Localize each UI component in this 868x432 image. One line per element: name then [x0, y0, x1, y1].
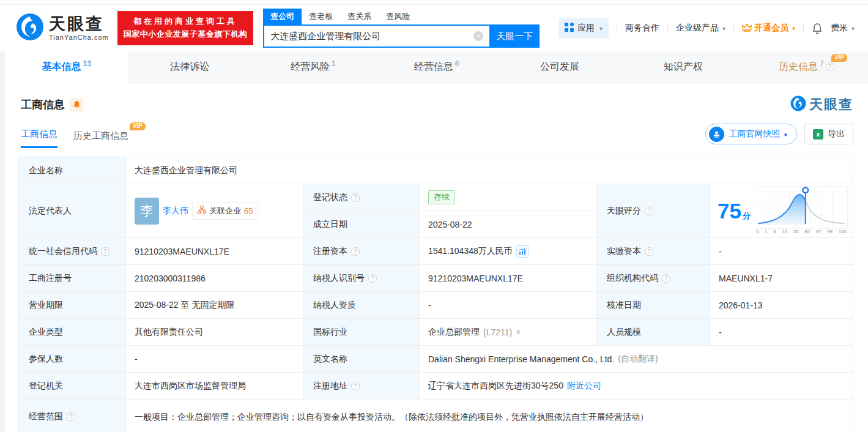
- tab-label: 历史信息: [779, 61, 818, 73]
- value-text: Dalian Shengxi Enterprise Management Co.…: [428, 354, 614, 364]
- tab-legal-litigation[interactable]: 法律诉讼: [128, 51, 252, 83]
- label-text: 经营范围: [29, 411, 63, 422]
- label-text: 登记状态: [313, 192, 347, 203]
- field-label-reg-capital: 注册资本 ?: [303, 238, 420, 265]
- label-text: 工商注册号: [29, 273, 72, 284]
- avatar[interactable]: 李: [135, 198, 159, 225]
- nearby-companies-link[interactable]: 附近公司: [567, 381, 601, 392]
- tab-history-info[interactable]: VIP 历史信息 7 ?: [744, 51, 868, 83]
- field-label-approval-date: 核准日期: [597, 292, 710, 319]
- apps-menu[interactable]: 应用 ▾: [558, 18, 609, 39]
- search-button[interactable]: 天眼一下: [489, 24, 540, 48]
- subtab-business-info[interactable]: 工商信息: [21, 128, 57, 148]
- value-text: 企业总部管理: [428, 327, 480, 338]
- field-label-tyc-score: 天眼评分 ?: [597, 184, 710, 238]
- banner-line2: 国家中小企业发展子基金旗下机构: [124, 28, 248, 41]
- search-tab-boss[interactable]: 查老板: [302, 9, 340, 24]
- field-label-legal-rep: 法定代表人: [19, 184, 126, 238]
- apps-grid-icon: [565, 23, 574, 34]
- field-value-company-type: 其他有限责任公司: [126, 319, 303, 346]
- subtab-history-business-info[interactable]: VIP 历史工商信息: [73, 130, 128, 148]
- nav-cooperation[interactable]: 商务合作: [625, 23, 659, 34]
- field-label-credit-code: 统一社会信用代码 ?: [19, 238, 126, 265]
- value-text: 大连市西岗区市场监督管理局: [135, 381, 246, 392]
- auto-translate-note: (自动翻译): [618, 354, 658, 365]
- tianyancha-swirl-icon: [16, 13, 44, 43]
- related-companies-badge[interactable]: 关联企业 65: [192, 203, 258, 220]
- search-tab-risk[interactable]: 查风险: [379, 9, 417, 24]
- capital-trend-icon[interactable]: [516, 245, 529, 258]
- field-value-legal-rep: 李 李大伟 关联企业 65: [126, 184, 303, 238]
- value-text: 2026-01-13: [719, 300, 763, 310]
- search-area: 查公司 查老板 查关系 查风险 × 天眼一下: [263, 9, 540, 48]
- field-value-industry: 企业总部管理 (L7211) ∨: [420, 319, 597, 346]
- help-icon[interactable]: ?: [67, 412, 75, 421]
- search-input[interactable]: [263, 24, 489, 48]
- field-value-establish-date: 2025-08-22: [420, 211, 597, 238]
- help-icon[interactable]: ?: [351, 247, 360, 256]
- help-icon[interactable]: ?: [351, 193, 360, 202]
- field-label-paid-capital: 实缴资本 ?: [597, 238, 710, 265]
- label-text: 注册地址: [313, 381, 347, 392]
- field-label-business-scope: 经营范围 ?: [19, 400, 126, 432]
- status-badge: 存续: [428, 190, 455, 204]
- user-menu[interactable]: 费米 ▾: [831, 23, 855, 34]
- nav-open-vip[interactable]: 开通会员 ▾: [742, 23, 795, 34]
- help-icon[interactable]: ?: [826, 62, 834, 71]
- value-text: 2025-08-22 至 无固定期限: [135, 300, 234, 311]
- help-icon[interactable]: ?: [645, 247, 653, 256]
- value-text: 91210203MAEUNXL17E: [135, 247, 229, 256]
- score-distribution-chart[interactable]: 013 155085 9799100: [755, 186, 848, 236]
- help-icon[interactable]: ?: [645, 207, 653, 215]
- official-snapshot-button[interactable]: 工商官网快照 ▸: [705, 124, 797, 144]
- logo-domain: TianYanCha.com: [49, 34, 109, 41]
- tianyancha-swirl-icon: [790, 95, 806, 114]
- subscribe-bell-icon[interactable]: [70, 98, 83, 111]
- watermark-label: 天眼查: [809, 95, 853, 114]
- tab-operating-risk[interactable]: 经营风险 1: [251, 51, 375, 83]
- chevron-down-icon: ▾: [792, 25, 795, 32]
- export-button[interactable]: x 导出: [804, 124, 853, 144]
- tianyancha-logo[interactable]: 天眼查 TianYanCha.com: [16, 13, 109, 43]
- excel-icon: x: [813, 129, 823, 140]
- tab-label: 基本信息: [42, 61, 81, 73]
- label-text: 天眼评分: [607, 206, 641, 217]
- tab-count: 1: [332, 59, 336, 68]
- field-value-paid-capital: -: [710, 238, 853, 265]
- tab-operating-info[interactable]: 经营信息 6: [375, 51, 499, 83]
- divider: [667, 24, 668, 32]
- value-text: 2025-08-22: [428, 220, 472, 229]
- nav-enterprise-products[interactable]: 企业级产品 ▾: [676, 23, 725, 34]
- help-icon[interactable]: ?: [662, 274, 670, 283]
- help-icon[interactable]: ?: [101, 247, 109, 256]
- field-label-org-code: 组织机构代码 ?: [597, 265, 710, 292]
- notification-bell-icon[interactable]: [812, 23, 823, 34]
- subtab-label: 历史工商信息: [73, 130, 128, 141]
- field-value-taxpayer-id: 91210203MAEUNXL17E: [420, 265, 597, 292]
- value-text: 一般项目：企业总部管理；企业管理咨询；以自有资金从事投资活动。（除依法须经批准的…: [135, 411, 648, 423]
- tab-label: 经营风险: [291, 61, 330, 73]
- field-value-taxpayer-quality: -: [420, 292, 597, 319]
- banner-line1: 都在用的商业查询工具: [124, 15, 248, 28]
- tab-label: 知识产权: [664, 61, 703, 73]
- field-value-company-name: 大连盛西企业管理有限公司: [126, 157, 853, 184]
- crown-icon: [742, 23, 752, 34]
- value-text: -: [428, 300, 431, 310]
- search-tab-company[interactable]: 查公司: [263, 9, 302, 24]
- tab-count: 7: [820, 59, 824, 68]
- tab-basic-info[interactable]: 基本信息 13: [5, 51, 128, 83]
- chevron-down-icon[interactable]: ∨: [516, 328, 521, 336]
- value-text: MAEUNXL1-7: [719, 274, 773, 283]
- tab-intellectual-property[interactable]: 知识产权: [621, 51, 745, 83]
- field-label-insured-count: 参保人数: [19, 346, 126, 373]
- label-text: 统一社会信用代码: [29, 246, 97, 257]
- legal-rep-name-link[interactable]: 李大伟: [163, 206, 188, 217]
- value-text: -: [135, 354, 138, 364]
- page-left-gutter: [0, 51, 5, 432]
- field-label-company-name: 企业名称: [19, 157, 126, 184]
- help-icon[interactable]: ?: [368, 274, 377, 283]
- help-icon[interactable]: ?: [351, 382, 360, 390]
- label-text: 核准日期: [607, 300, 641, 311]
- search-tab-relation[interactable]: 查关系: [340, 9, 379, 24]
- tab-company-development[interactable]: 公司发展: [498, 51, 621, 83]
